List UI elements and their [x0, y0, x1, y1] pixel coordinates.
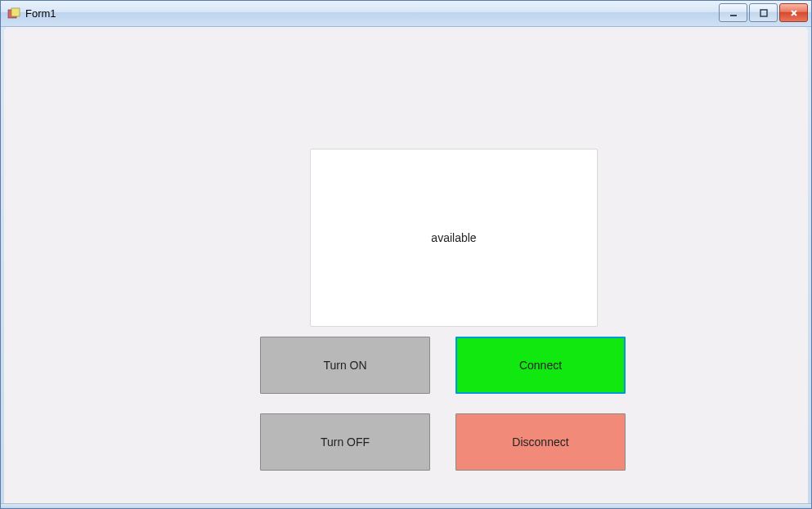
maximize-button[interactable] [749, 3, 778, 22]
status-label: available [431, 231, 476, 244]
turn-off-button[interactable]: Turn OFF [260, 413, 430, 471]
window-title: Form1 [25, 7, 56, 20]
window-controls [719, 3, 808, 22]
svg-rect-2 [730, 15, 737, 16]
minimize-button[interactable] [719, 3, 747, 22]
turn-on-label: Turn ON [323, 359, 366, 372]
close-button[interactable] [779, 3, 808, 22]
titlebar[interactable]: Form1 [1, 1, 811, 27]
connect-button[interactable]: Connect [455, 337, 626, 394]
connect-label: Connect [519, 359, 562, 372]
disconnect-button[interactable]: Disconnect [455, 413, 626, 471]
window-frame: Form1 available Turn ON Connect [0, 0, 812, 509]
turn-on-button[interactable]: Turn ON [260, 337, 430, 394]
app-icon [7, 7, 20, 20]
turn-off-label: Turn OFF [321, 435, 370, 449]
frame-bottom [1, 503, 811, 508]
status-panel: available [310, 149, 598, 327]
svg-rect-3 [760, 10, 767, 16]
disconnect-label: Disconnect [512, 435, 568, 449]
svg-rect-1 [11, 8, 20, 16]
client-area: available Turn ON Connect Turn OFF Disco… [4, 29, 808, 505]
